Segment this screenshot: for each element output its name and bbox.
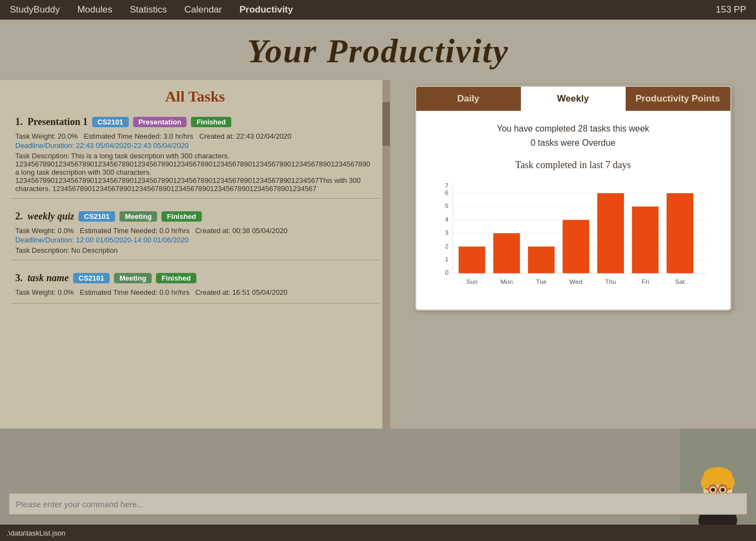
bar-chart: 0 1 2 3 4 5 6 7 bbox=[429, 179, 717, 299]
svg-text:5: 5 bbox=[445, 202, 448, 209]
character-area bbox=[680, 429, 756, 535]
task-item-1: 1. Presentation 1 CS2101 Presentation Fi… bbox=[11, 111, 379, 199]
task-deadline-2: Deadline/Duration: 12:00 01/05/2020-14:0… bbox=[15, 236, 375, 244]
task-desc-2: Task Description: No Description bbox=[15, 246, 375, 254]
bar-sat bbox=[667, 193, 693, 274]
svg-text:Mon: Mon bbox=[500, 278, 513, 285]
task-number-name-2: 2. weekly quiz bbox=[15, 211, 74, 222]
tab-productivity-points[interactable]: Productivity Points bbox=[626, 87, 730, 111]
svg-text:0: 0 bbox=[445, 269, 448, 276]
task-status-badge-3: Finished bbox=[156, 273, 196, 283]
nav-brand[interactable]: StudyBuddy bbox=[10, 4, 60, 15]
task-module-badge-1: CS2101 bbox=[92, 117, 129, 127]
svg-text:1: 1 bbox=[445, 255, 448, 263]
chart-title: Task completed in last 7 days bbox=[429, 159, 717, 171]
task-meta-1: Task Weight: 20.0% Estimated Time Needed… bbox=[15, 132, 375, 140]
bar-tue bbox=[527, 247, 554, 274]
svg-text:Thu: Thu bbox=[605, 278, 616, 285]
page-title: Your Productivity bbox=[0, 32, 756, 70]
svg-text:Sat: Sat bbox=[675, 278, 685, 285]
task-number-name-3: 3. task name bbox=[15, 272, 69, 284]
task-status-badge-2: Finished bbox=[161, 211, 201, 222]
task-type-badge-3: Meeting bbox=[114, 273, 152, 283]
task-module-badge-3: CS2101 bbox=[73, 273, 110, 283]
command-input[interactable] bbox=[9, 493, 747, 515]
bar-mon bbox=[493, 233, 520, 273]
tab-daily[interactable]: Daily bbox=[416, 87, 521, 111]
tasks-scrollbar[interactable] bbox=[382, 80, 390, 429]
stats-panel: Daily Weekly Productivity Points You hav… bbox=[390, 80, 756, 429]
task-type-badge-1: Presentation bbox=[133, 117, 187, 127]
svg-text:3: 3 bbox=[445, 229, 448, 236]
task-number-name-1: 1. Presentation 1 bbox=[15, 116, 88, 128]
tab-weekly[interactable]: Weekly bbox=[521, 87, 626, 111]
tasks-panel: All Tasks 1. Presentation 1 CS2101 Prese… bbox=[0, 80, 390, 429]
stats-body: You have completed 28 tasks this week 0 … bbox=[416, 111, 730, 310]
svg-text:Wed: Wed bbox=[569, 278, 582, 285]
task-deadline-1: Deadline/Duration: 22:43 05/04/2020-22:4… bbox=[15, 141, 375, 150]
task-meta-2: Task Weight: 0.0% Estimated Time Needed:… bbox=[15, 227, 375, 235]
svg-text:2: 2 bbox=[445, 242, 448, 249]
task-item-2: 2. weekly quiz CS2101 Meeting Finished T… bbox=[11, 205, 379, 260]
task-meta-3: Task Weight: 0.0% Estimated Time Needed:… bbox=[15, 288, 375, 296]
task-header-3: 3. task name CS2101 Meeting Finished bbox=[15, 272, 375, 284]
svg-text:Tue: Tue bbox=[536, 278, 547, 285]
svg-text:7: 7 bbox=[445, 182, 448, 189]
command-bar bbox=[0, 493, 756, 515]
bottom-left bbox=[0, 429, 680, 535]
svg-text:6: 6 bbox=[445, 189, 448, 196]
svg-text:4: 4 bbox=[445, 216, 448, 223]
svg-point-35 bbox=[721, 488, 724, 492]
task-header-2: 2. weekly quiz CS2101 Meeting Finished bbox=[15, 211, 375, 222]
character-avatar bbox=[685, 448, 751, 535]
svg-point-34 bbox=[711, 488, 715, 492]
stats-tabs: Daily Weekly Productivity Points bbox=[416, 87, 730, 111]
nav-links: StudyBuddy Modules Statistics Calendar P… bbox=[10, 4, 698, 15]
task-item-3: 3. task name CS2101 Meeting Finished Tas… bbox=[11, 267, 379, 304]
bar-sun bbox=[458, 247, 485, 274]
filepath-text: .\data\taskList.json bbox=[7, 529, 65, 537]
stats-summary-line2: 0 tasks were Overdue bbox=[429, 136, 717, 150]
task-module-badge-2: CS2101 bbox=[79, 211, 115, 222]
stats-card: Daily Weekly Productivity Points You hav… bbox=[415, 86, 731, 311]
bar-thu bbox=[597, 193, 624, 274]
bottom-area bbox=[0, 429, 756, 535]
tasks-panel-title: All Tasks bbox=[11, 86, 379, 105]
task-type-badge-2: Meeting bbox=[119, 211, 157, 222]
svg-text:Sun: Sun bbox=[466, 278, 477, 285]
navbar: StudyBuddy Modules Statistics Calendar P… bbox=[0, 0, 756, 20]
filepath-bar: .\data\taskList.json bbox=[0, 525, 756, 541]
nav-modules[interactable]: Modules bbox=[77, 4, 112, 15]
bar-wed bbox=[562, 220, 589, 274]
task-status-badge-1: Finished bbox=[191, 117, 231, 127]
tasks-scrollbar-thumb[interactable] bbox=[382, 102, 390, 146]
bar-fri bbox=[632, 207, 658, 274]
stats-summary: You have completed 28 tasks this week 0 … bbox=[429, 122, 717, 150]
nav-calendar[interactable]: Calendar bbox=[184, 4, 222, 15]
page-title-bar: Your Productivity bbox=[0, 20, 756, 80]
stats-summary-line1: You have completed 28 tasks this week bbox=[429, 122, 717, 136]
nav-statistics[interactable]: Statistics bbox=[130, 4, 167, 15]
task-desc-1: Task Description: This is a long task de… bbox=[15, 152, 375, 193]
pp-display: 153 PP bbox=[716, 4, 746, 15]
nav-productivity[interactable]: Productivity bbox=[239, 4, 293, 15]
task-header-1: 1. Presentation 1 CS2101 Presentation Fi… bbox=[15, 116, 375, 128]
svg-text:Fri: Fri bbox=[641, 278, 649, 285]
main-content: All Tasks 1. Presentation 1 CS2101 Prese… bbox=[0, 80, 756, 429]
